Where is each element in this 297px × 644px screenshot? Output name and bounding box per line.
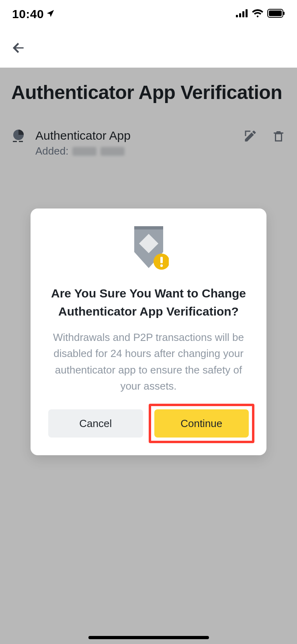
shield-warning-icon [129,226,169,273]
battery-icon [267,9,285,19]
continue-button[interactable]: Continue [154,409,249,438]
svg-rect-6 [283,12,285,15]
back-button[interactable] [10,39,27,57]
svg-rect-2 [242,11,244,17]
home-indicator[interactable] [88,636,209,639]
status-bar: 10:40 [0,0,297,28]
svg-rect-5 [269,10,282,16]
status-indicators [236,9,285,19]
svg-rect-1 [239,13,241,17]
nav-bar [0,28,297,68]
cancel-button[interactable]: Cancel [48,409,143,438]
continue-highlight: Continue [149,404,255,443]
cellular-icon [236,9,248,19]
svg-rect-12 [160,257,163,263]
modal-body: Withdrawals and P2P transactions will be… [48,329,249,394]
modal-actions: Cancel Continue [48,409,249,438]
confirm-modal: Are You Sure You Want to Change Authenti… [31,208,266,455]
svg-rect-3 [246,9,248,17]
modal-icon [48,226,249,273]
status-time-group: 10:40 [12,7,55,21]
location-icon [46,7,55,21]
page: Authenticator App Verification Authentic… [0,68,297,644]
arrow-left-icon [11,40,26,56]
status-time: 10:40 [12,7,44,21]
modal-title: Are You Sure You Want to Change Authenti… [48,284,249,320]
svg-rect-0 [236,15,238,17]
svg-point-13 [160,264,162,267]
wifi-icon [252,9,263,19]
